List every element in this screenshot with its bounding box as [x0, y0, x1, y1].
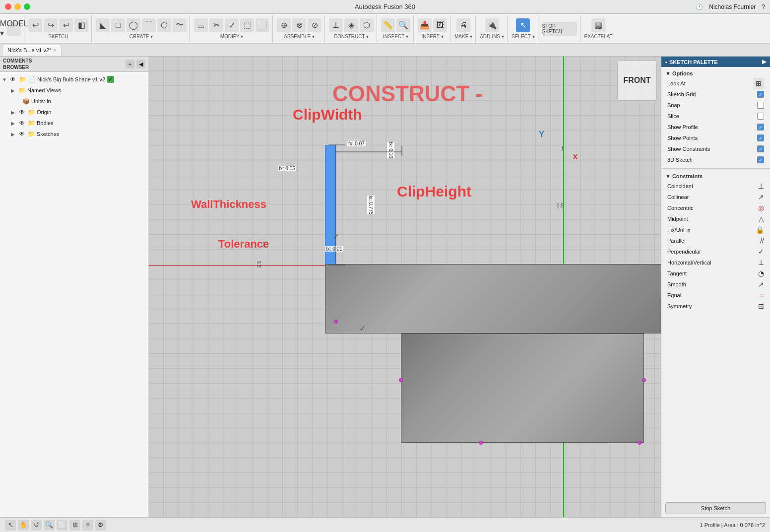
constraint-parallel[interactable]: Parallel //	[661, 235, 770, 246]
rect-tool[interactable]: □	[111, 18, 125, 32]
dim-fx0775: fx: 0.775	[367, 196, 375, 214]
palette-row-3dsketch[interactable]: 3D Sketch ✓	[661, 154, 770, 165]
sketchgrid-checkbox[interactable]: ✓	[757, 91, 764, 98]
constraint-tangent[interactable]: Tangent ◔	[661, 268, 770, 279]
undo2-btn[interactable]: ↩	[59, 18, 73, 32]
view-cube[interactable]: FRONT	[617, 61, 657, 100]
component-tool[interactable]: ⊕	[277, 18, 291, 32]
constraints-section-title[interactable]: ▼ Constraints	[661, 172, 770, 181]
showpoints-checkbox[interactable]: ✓	[757, 134, 764, 141]
palette-row-slice[interactable]: Slice	[661, 111, 770, 122]
constraint-concentric[interactable]: Concentric ◎	[661, 202, 770, 213]
exactflat-tool[interactable]: ▦	[591, 18, 605, 32]
smooth-icon: ↗	[758, 280, 764, 288]
axis-tool[interactable]: ◈	[344, 18, 358, 32]
slice-checkbox[interactable]	[757, 113, 764, 120]
status-orbit-tool[interactable]: ↺	[31, 520, 42, 531]
lookat-btn[interactable]: ⊞	[753, 78, 764, 89]
tree-units[interactable]: 📦 Units: in	[0, 96, 148, 107]
clock-icon[interactable]: 🕐	[696, 3, 703, 10]
constraint-hvh[interactable]: Horizontal/Vertical ⊥	[661, 257, 770, 268]
polygon-tool[interactable]: ⬡	[157, 18, 171, 32]
trim-tool[interactable]: ✂	[209, 18, 223, 32]
stop-sketch-toolbar-btn[interactable]: STOP SKETCH	[542, 22, 577, 36]
palette-header-icon: ▪	[665, 59, 667, 65]
point-tool[interactable]: ⬡	[360, 18, 374, 32]
constraint-coincident[interactable]: Coincident ⊥	[661, 181, 770, 192]
concentric-icon: ◎	[758, 204, 764, 212]
constraint-equal[interactable]: Equal =	[661, 290, 770, 301]
addins-tool[interactable]: 🔌	[485, 18, 499, 32]
joint-tool[interactable]: ⊗	[292, 18, 306, 32]
tree-origin-folder-icon: 📁	[27, 108, 35, 116]
palette-row-showprofile[interactable]: Show Profile ✓	[661, 122, 770, 133]
palette-row-showconstraints[interactable]: Show Constraints ✓	[661, 143, 770, 154]
minimize-button[interactable]	[14, 3, 21, 10]
snap-checkbox[interactable]	[757, 102, 764, 109]
extend-tool[interactable]: ⤢	[225, 18, 239, 32]
status-menu-tool[interactable]: ≡	[82, 520, 93, 531]
make-group-label: MAKE ▾	[454, 34, 472, 39]
3dsketch-checkbox[interactable]: ✓	[757, 156, 764, 163]
tree-root-item[interactable]: ▼ 👁 📁 📄 Nick's Big Bulb Shade v1 v2 ✓	[0, 74, 148, 85]
plane-tool[interactable]: ⊥	[329, 18, 343, 32]
constraint-collinear[interactable]: Collinear ↗	[661, 192, 770, 202]
print-tool[interactable]: 🖨	[456, 18, 470, 32]
undo-btn[interactable]: ↩	[28, 18, 42, 32]
status-pan-tool[interactable]: ✋	[18, 520, 29, 531]
assembly-tool[interactable]: ⊘	[308, 18, 321, 32]
help-icon[interactable]: ?	[762, 3, 765, 10]
user-label[interactable]: Nicholas Fournier	[709, 3, 756, 10]
options-section-title[interactable]: ▼ Options	[661, 69, 770, 78]
constraint-fixunfix[interactable]: Fix/UnFix 🔒	[661, 224, 770, 235]
modify-group-label: MODIFY ▾	[220, 34, 243, 39]
insert-tool[interactable]: 📥	[418, 18, 432, 32]
sketch-palette-header: ▪ SKETCH PALETTE ▶	[661, 57, 770, 67]
spline-tool[interactable]: 〜	[173, 18, 187, 32]
maximize-button[interactable]	[24, 3, 30, 10]
palette-row-snap[interactable]: Snap	[661, 100, 770, 111]
canvas-area[interactable]: CONSTRUCT - ClipWidth ClipHeight WallThi…	[149, 57, 661, 517]
status-fit-tool[interactable]: ⬜	[57, 520, 67, 531]
palette-expand-icon[interactable]: ▶	[762, 59, 766, 65]
view-cube-face-label: FRONT	[623, 76, 650, 85]
panel-plus-btn[interactable]: +	[126, 60, 134, 68]
tab-close-btn[interactable]: ×	[53, 48, 56, 53]
stop-sketch-btn[interactable]: Stop Sketch	[665, 502, 766, 514]
fillet-tool[interactable]: ⌓	[194, 18, 208, 32]
tree-sketches[interactable]: ▶ 👁 📁 Sketches	[0, 129, 148, 139]
redo-btn[interactable]: ↪	[44, 18, 58, 32]
history-btn[interactable]: ◧	[74, 18, 88, 32]
close-button[interactable]	[5, 3, 11, 10]
model-dropdown[interactable]: MODEL ▾	[7, 22, 21, 36]
status-select-tool[interactable]: ↖	[5, 520, 16, 531]
circle-tool[interactable]: ◯	[127, 18, 140, 32]
image-tool[interactable]: 🖼	[433, 18, 447, 32]
tree-bodies[interactable]: ▶ 👁 📁 Bodies	[0, 118, 148, 129]
tree-named-views[interactable]: ▶ 📁 Named Views	[0, 85, 148, 96]
tree-origin[interactable]: ▶ 👁 📁 Origin	[0, 107, 148, 118]
constraint-midpoint[interactable]: Midpoint △	[661, 213, 770, 224]
measure-tool[interactable]: 📏	[381, 18, 395, 32]
palette-row-lookat[interactable]: Look At ⊞	[661, 78, 770, 89]
select-tool[interactable]: ↖	[516, 18, 530, 32]
status-zoom-tool[interactable]: 🔍	[44, 520, 55, 531]
constraint-symmetry[interactable]: Symmetry ⊡	[661, 301, 770, 312]
constraint-perpendicular[interactable]: Perpendicular ✓	[661, 246, 770, 257]
mirror-tool[interactable]: ⬜	[256, 18, 269, 32]
showconstraints-checkbox[interactable]: ✓	[757, 145, 764, 152]
inspect-tool[interactable]: 🔍	[396, 18, 410, 32]
showprofile-checkbox[interactable]: ✓	[757, 124, 764, 131]
constraint-smooth[interactable]: Smooth ↗	[661, 279, 770, 290]
palette-row-sketchgrid[interactable]: Sketch Grid ✓	[661, 89, 770, 100]
statusbar: ↖ ✋ ↺ 🔍 ⬜ ⊞ ≡ ⚙ 1 Profile | Area : 0.076…	[0, 517, 770, 532]
arc-tool[interactable]: ⌒	[142, 18, 156, 32]
line-tool[interactable]: ◣	[96, 18, 110, 32]
document-tab[interactable]: Nick's B...e v1 v2* ×	[2, 45, 62, 56]
status-grid-tool[interactable]: ⊞	[69, 520, 80, 531]
offset-tool[interactable]: ⬚	[240, 18, 254, 32]
palette-row-showpoints[interactable]: Show Points ✓	[661, 133, 770, 143]
panel-collapse-btn[interactable]: ◀	[136, 60, 145, 68]
exactflat-group-label: EXACTFLAT	[584, 34, 613, 39]
status-settings-icon[interactable]: ⚙	[95, 520, 106, 531]
